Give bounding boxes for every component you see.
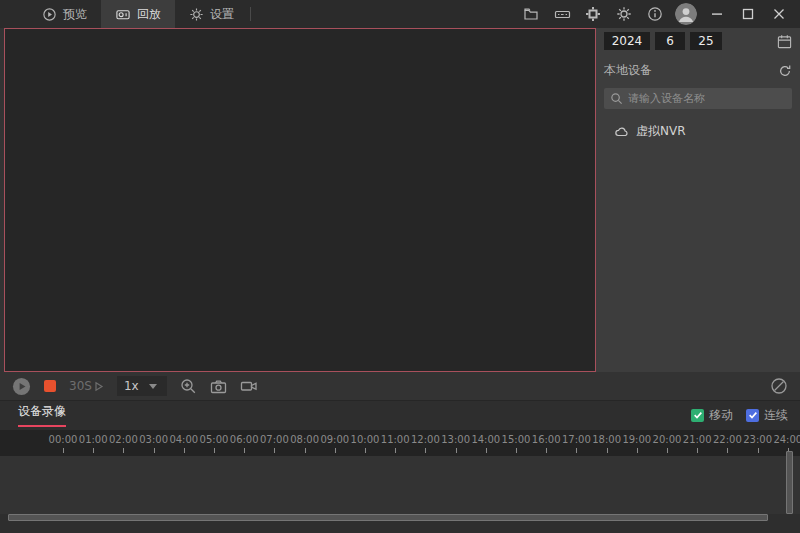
- horizontal-scrollbar[interactable]: [8, 514, 768, 521]
- preview-play-icon: [42, 7, 57, 22]
- month-input[interactable]: 6: [655, 32, 685, 50]
- filter-continuous[interactable]: 连续: [746, 407, 788, 424]
- nvr-cloud-icon: [614, 125, 630, 138]
- video-playback-area[interactable]: [4, 28, 596, 372]
- timeline-hour-label: 18:00: [592, 434, 621, 445]
- maximize-button[interactable]: [737, 3, 759, 25]
- speed-dropdown[interactable]: 1x: [117, 376, 167, 396]
- settings-gear-icon[interactable]: [613, 3, 635, 25]
- timeline-tick: [93, 448, 94, 453]
- timeline-tick: [727, 448, 728, 453]
- timeline-hour-label: 03:00: [139, 434, 168, 445]
- timeline-hour-label: 06:00: [230, 434, 259, 445]
- timeline-hour-label: 09:00: [320, 434, 349, 445]
- search-input[interactable]: [628, 92, 786, 105]
- tab-preview[interactable]: 预览: [28, 0, 101, 28]
- timeline-hour-label: 22:00: [713, 434, 742, 445]
- tab-playback-label: 回放: [137, 6, 161, 23]
- screen-wall-icon[interactable]: [582, 3, 604, 25]
- timeline-tick: [274, 448, 275, 453]
- tab-playback[interactable]: 回放: [101, 0, 175, 28]
- timeline-tick: [516, 448, 517, 453]
- refresh-icon[interactable]: [778, 64, 792, 78]
- calendar-icon[interactable]: [777, 34, 792, 49]
- timeline-tick: [637, 448, 638, 453]
- continuous-checkbox[interactable]: [746, 409, 759, 422]
- timeline-tick: [123, 448, 124, 453]
- timeline-tick: [214, 448, 215, 453]
- timeline-tick: [305, 448, 306, 453]
- tab-preview-label: 预览: [63, 6, 87, 23]
- timeline-tick: [486, 448, 487, 453]
- close-button[interactable]: [768, 3, 790, 25]
- timeline-tick: [697, 448, 698, 453]
- record-video-icon[interactable]: [240, 379, 258, 393]
- tab-settings-label: 设置: [210, 6, 234, 23]
- timeline-tick: [365, 448, 366, 453]
- timeline-ruler[interactable]: 00:0001:0002:0003:0004:0005:0006:0007:00…: [0, 430, 800, 456]
- timeline-hour-label: 04:00: [169, 434, 198, 445]
- minimize-button[interactable]: [706, 3, 728, 25]
- disable-all-icon[interactable]: [770, 377, 788, 395]
- timeline-tick: [63, 448, 64, 453]
- timeline-hour-label: 02:00: [109, 434, 138, 445]
- tab-device-recording[interactable]: 设备录像: [18, 403, 66, 427]
- filter-motion[interactable]: 移动: [691, 407, 733, 424]
- day-input[interactable]: 25: [690, 32, 722, 50]
- filter-continuous-label: 连续: [764, 407, 788, 424]
- content-row: 2024 6 25 本地设备 虚拟NVR: [0, 28, 800, 372]
- timeline-tick: [607, 448, 608, 453]
- topbar: 预览 回放 设置: [0, 0, 800, 28]
- timeline-tick: [456, 448, 457, 453]
- topbar-actions: [520, 0, 800, 28]
- timeline-tick: [395, 448, 396, 453]
- timeline-tick: [576, 448, 577, 453]
- user-avatar[interactable]: [675, 3, 697, 25]
- timeline-hour-label: 24:00: [773, 434, 800, 445]
- keyboard-icon[interactable]: [551, 3, 573, 25]
- timeline-hour-label: 05:00: [200, 434, 229, 445]
- speed-value: 1x: [124, 379, 139, 393]
- timeline-track-area[interactable]: [0, 456, 800, 514]
- nvr-playback-window: { "topbar": { "tabs": [ { "label": "预览" …: [0, 0, 800, 533]
- chevron-down-icon: [149, 384, 157, 389]
- date-picker: 2024 6 25: [604, 32, 792, 50]
- stop-button[interactable]: [44, 380, 56, 392]
- tab-settings[interactable]: 设置: [175, 0, 248, 28]
- timeline-hour-label: 16:00: [532, 434, 561, 445]
- timeline-hour-label: 00:00: [49, 434, 78, 445]
- timeline-tick: [667, 448, 668, 453]
- motion-checkbox[interactable]: [691, 409, 704, 422]
- timeline-hour-label: 07:00: [260, 434, 289, 445]
- timeline-tick: [184, 448, 185, 453]
- timeline-hour-label: 20:00: [653, 434, 682, 445]
- year-input[interactable]: 2024: [604, 32, 650, 50]
- tabs-divider: [250, 7, 251, 21]
- timeline-hour-label: 08:00: [290, 434, 319, 445]
- snapshot-camera-icon[interactable]: [210, 379, 227, 394]
- skip-30s-label: 30S: [69, 379, 92, 393]
- local-device-label: 本地设备: [604, 62, 652, 79]
- folder-icon[interactable]: [520, 3, 542, 25]
- timeline-tick: [244, 448, 245, 453]
- zoom-in-icon[interactable]: [180, 378, 197, 395]
- main-tabs: 预览 回放 设置: [28, 0, 251, 28]
- timeline-hour-label: 12:00: [411, 434, 440, 445]
- timeline-tick: [546, 448, 547, 453]
- record-filters: 移动 连续: [691, 407, 788, 424]
- device-sidebar: 2024 6 25 本地设备 虚拟NVR: [596, 28, 800, 372]
- skip-30s-button[interactable]: 30S: [69, 379, 104, 393]
- timeline-hour-label: 19:00: [622, 434, 651, 445]
- timeline-tick: [335, 448, 336, 453]
- info-icon[interactable]: [644, 3, 666, 25]
- timeline-hour-label: 11:00: [381, 434, 410, 445]
- timeline-hour-label: 14:00: [471, 434, 500, 445]
- device-tree-item-nvr[interactable]: 虚拟NVR: [604, 123, 792, 140]
- timeline-hour-label: 23:00: [743, 434, 772, 445]
- device-search[interactable]: [604, 88, 792, 109]
- timeline-hour-label: 10:00: [351, 434, 380, 445]
- play-button[interactable]: [12, 377, 31, 396]
- timeline-hour-label: 21:00: [683, 434, 712, 445]
- vertical-scrollbar[interactable]: [786, 451, 793, 514]
- timeline-hour-label: 15:00: [502, 434, 531, 445]
